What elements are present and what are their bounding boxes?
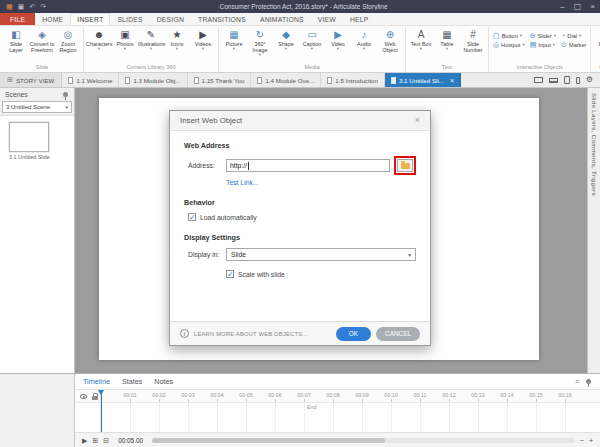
menu-tab-insert[interactable]: INSERT [70,13,110,25]
ribbon-button-convert-to-freeform[interactable]: ◈Convert to Freeform [29,27,55,53]
lock-icon[interactable] [92,396,98,400]
ribbon-button-input[interactable]: ▤Input▾ [530,41,556,48]
slide-tab-1-1-welcome[interactable]: 1.1 Welcome [62,73,119,87]
timeline-tracks[interactable]: End [75,403,600,432]
panel-menu-icon[interactable]: ≡ [575,378,579,385]
collapsed-side-panels[interactable]: Slide Layers, Comments, Triggers [587,88,600,373]
menu-tab-home[interactable]: HOME [35,13,70,25]
maximize-button[interactable]: ▢ [570,0,585,13]
gridline [275,403,276,432]
ribbon-button-hotspot[interactable]: ◎Hotspot▾ [493,41,525,48]
timeline-tab-timeline[interactable]: Timeline [83,377,110,386]
ribbon-button-icons[interactable]: ★Icons▾ [164,27,190,51]
redo-icon[interactable]: ↷ [40,0,46,13]
test-link[interactable]: Test Link... [226,179,416,186]
page-icon [327,77,332,84]
story-view-label: STORY VIEW [16,77,55,84]
playhead[interactable] [101,390,102,432]
ribbon-button-picture[interactable]: ▦Picture▾ [221,27,247,51]
ribbon-button-marker[interactable]: ⊙Marker [561,41,586,48]
ribbon-button-dial[interactable]: ◔Dial▾ [561,32,586,39]
ribbon-button-text-box[interactable]: AText Box▾ [408,27,434,51]
bottom-area: TimelineStatesNotes ≡ 00:0100:0200:0300:… [0,373,600,447]
ribbon-button-slide-number[interactable]: #Slide Number [460,27,486,53]
scale-with-slide-option[interactable]: ✓ Scale with slide [226,270,416,278]
laptop-view-icon[interactable] [549,78,558,83]
phone-view-icon[interactable] [576,77,580,84]
shape-icon: ◆ [282,29,290,41]
story-view-button[interactable]: ⊞ STORY VIEW [0,73,62,87]
ribbon-button-360-image[interactable]: ↻360° Image▾ [247,27,273,57]
caret-down-icon: ▾ [446,47,448,51]
timeline-tab-notes[interactable]: Notes [154,377,173,386]
ribbon-button-audio[interactable]: ♪Audio▾ [351,27,377,51]
learn-more-link[interactable]: LEARN MORE ABOUT WEB OBJECTS... [194,331,331,337]
ribbon-button-preview[interactable]: ▶Preview▾ [593,27,600,51]
menu-tab-animations[interactable]: ANIMATIONS [253,13,311,25]
slide-tab-3-1-untitled-sli[interactable]: 3.1 Untitled Sli...× [385,73,461,87]
ribbon-button-web-object[interactable]: ⊕Web Object [377,27,403,53]
eye-icon[interactable] [80,394,87,399]
ribbon-button-video[interactable]: ▶Video▾ [325,27,351,51]
ribbon-button-shape[interactable]: ◆Shape▾ [273,27,299,51]
collapse-rows-icon[interactable]: ⊟ [103,437,109,444]
slide-tab-1-3-module-obj[interactable]: 1.3 Module Obj... [119,73,187,87]
address-input[interactable]: http:// [226,159,390,172]
ribbon-button-illustrations[interactable]: ✎Illustrations▾ [138,27,164,51]
slide-tab-1-15-thank-you[interactable]: 1.15 Thank You [188,73,252,87]
ribbon-button-videos[interactable]: ▶Videos▾ [190,27,216,51]
menu-tab-help[interactable]: HELP [343,13,376,25]
ribbon-group-publish: ▶Preview▾Publish [591,27,600,72]
undo-icon[interactable]: ↶ [29,0,35,13]
ribbon-button-slider[interactable]: ⊖Slider▾ [530,32,556,39]
ribbon-button-table[interactable]: ▦Table▾ [434,27,460,51]
pin-icon[interactable] [63,92,68,97]
zoom-in-button[interactable]: + [589,437,593,444]
close-tab-icon[interactable]: × [450,77,454,84]
timeline-ruler[interactable]: 00:0100:0200:0300:0400:0500:0600:0700:08… [75,390,600,403]
ribbon-group-items: ▦Picture▾↻360° Image▾◆Shape▾▭Caption▾▶Vi… [221,27,403,63]
dialog-header[interactable]: Insert Web Object × [170,111,430,131]
browse-button[interactable] [397,159,413,172]
zoom-out-button[interactable]: − [580,437,584,444]
menu-tab-file[interactable]: FILE [0,13,35,25]
gear-icon[interactable]: ⚙ [586,76,593,84]
load-automatically-option[interactable]: ✓ Load automatically [188,213,416,221]
scene-dropdown[interactable]: 3 Untitled Scene ▾ [2,101,72,113]
scenes-panel-header: Scenes [0,88,74,101]
cancel-button[interactable]: CANCEL [376,327,420,341]
load-automatically-checkbox[interactable]: ✓ [188,213,196,221]
desktop-view-icon[interactable] [534,77,543,83]
expand-rows-icon[interactable]: ⊞ [92,437,98,444]
ribbon-button-photos[interactable]: ▣Photos▾ [112,27,138,51]
pin-icon[interactable] [586,379,591,384]
gridline [449,403,450,432]
display-in-select[interactable]: Slide ▾ [226,248,416,261]
scale-with-slide-checkbox[interactable]: ✓ [226,270,234,278]
ribbon-button-caption[interactable]: ▭Caption▾ [299,27,325,51]
ribbon-group-slide: ◧Slide Layer◈Convert to Freeform◎Zoom Re… [1,27,84,72]
ribbon-button-characters[interactable]: ☻Characters▾ [86,27,112,51]
timeline-tab-states[interactable]: States [122,377,142,386]
scrollbar-thumb[interactable] [152,438,385,443]
menu-tab-slides[interactable]: SLIDES [110,13,149,25]
slide-thumbnail[interactable] [9,122,49,152]
menu-tab-view[interactable]: VIEW [311,13,343,25]
slide-tab-1-5-introduction[interactable]: 1.5 Introduction [321,73,385,87]
ribbon-button-slide-layer[interactable]: ◧Slide Layer [3,27,29,53]
minimize-button[interactable]: – [555,0,570,13]
caret-down-icon: ▾ [553,43,555,47]
menu-tab-transitions[interactable]: TRANSITIONS [191,13,253,25]
timeline-scrollbar[interactable] [152,438,575,443]
close-button[interactable]: × [585,0,600,13]
tablet-view-icon[interactable] [564,76,570,84]
ruler-tick-label: 00:10 [384,392,398,398]
slide-tab-1-4-module-ove[interactable]: 1.4 Module Ove... [251,73,321,87]
ok-button[interactable]: OK [336,327,371,341]
save-icon[interactable]: ▣ [18,0,25,13]
dialog-close-icon[interactable]: × [415,116,420,125]
menu-tab-design[interactable]: DESIGN [150,13,191,25]
play-button[interactable]: ▶ [82,437,87,444]
ribbon-button-button[interactable]: ▢Button▾ [493,32,525,39]
ribbon-button-zoom-region[interactable]: ◎Zoom Region [55,27,81,53]
